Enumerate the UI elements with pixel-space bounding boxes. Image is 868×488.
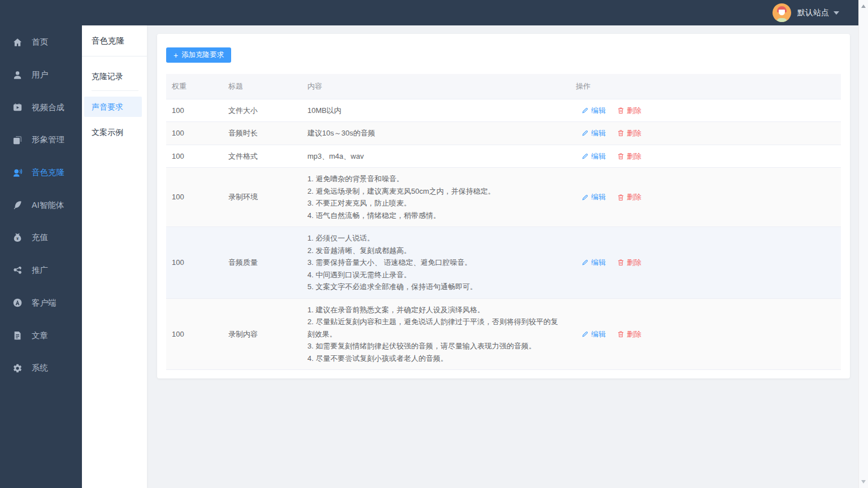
submenu-item-3[interactable]: 文案示例 xyxy=(82,120,147,144)
edit-button-label: 编辑 xyxy=(591,104,606,117)
sidebar-item-copy[interactable]: 形象管理 xyxy=(0,124,82,156)
content-line: 3. 如需要复刻情绪韵律起伏较强的音频，请尽量输入表现力强的音频。 xyxy=(307,340,565,352)
delete-button[interactable]: 删除 xyxy=(617,127,641,140)
cell-title: 录制内容 xyxy=(223,323,302,346)
money-icon: ¥ xyxy=(12,233,23,243)
requirements-table: 权重 标题 内容 操作 100文件大小10MB以内编辑删除100音频时长建议10… xyxy=(166,74,841,370)
sidebar-item-voice[interactable]: 音色克隆 xyxy=(0,156,82,189)
trash-icon xyxy=(617,152,624,160)
sidebar-item-label: 充值 xyxy=(32,232,48,243)
cell-content: 1. 必须仅一人说话。2. 发音越清晰、复刻成都越高。3. 需要保持音量大小、 … xyxy=(302,227,570,298)
user-avatar[interactable] xyxy=(772,3,791,22)
delete-button[interactable]: 删除 xyxy=(617,256,641,269)
svg-text:¥: ¥ xyxy=(16,237,19,241)
content-line: 3. 需要保持音量大小、 语速稳定、避免口腔噪音。 xyxy=(307,256,565,269)
scrollbar[interactable] xyxy=(858,0,868,488)
table-header-row: 权重 标题 内容 操作 xyxy=(166,74,841,99)
submenu-item-2[interactable]: 声音要求 xyxy=(84,97,142,117)
delete-button[interactable]: 删除 xyxy=(617,328,641,341)
cell-content: 建议10s～30s的音频 xyxy=(302,122,570,145)
sidebar-item-label: AI智能体 xyxy=(32,200,64,211)
trash-icon xyxy=(617,259,624,266)
sidebar-item-money[interactable]: ¥充值 xyxy=(0,221,82,254)
edit-button-label: 编辑 xyxy=(591,256,606,269)
table-row: 100文件大小10MB以内编辑删除 xyxy=(166,99,841,123)
content-line: 1. 避免嘈杂的背景音和噪音。 xyxy=(307,173,565,185)
scroll-up-arrow[interactable] xyxy=(861,5,866,8)
header-actions: 操作 xyxy=(570,74,841,99)
delete-button[interactable]: 删除 xyxy=(617,150,641,163)
cell-content: 1. 建议在录音前熟悉文案，并确定好人设及演绎风格。2. 尽量贴近复刻内容和主题… xyxy=(302,299,570,370)
main-area: + 添加克隆要求 权重 标题 内容 操作 100文件大小10MB以内编辑删除10… xyxy=(147,25,858,488)
cell-actions: 编辑删除 xyxy=(570,122,841,145)
home-icon xyxy=(12,37,23,47)
trash-icon xyxy=(617,129,624,137)
sidebar-item-label: 用户 xyxy=(32,69,48,80)
cell-weight: 100 xyxy=(166,122,223,145)
delete-button-label: 删除 xyxy=(627,328,641,341)
cell-title: 文件格式 xyxy=(223,145,302,168)
sidebar-item-label: 首页 xyxy=(32,37,48,47)
voice-icon xyxy=(12,168,23,178)
cell-actions: 编辑删除 xyxy=(570,186,841,208)
submenu-item-1[interactable]: 克隆记录 xyxy=(82,64,147,88)
user-icon xyxy=(12,70,23,80)
cell-content: 1. 避免嘈杂的背景音和噪音。2. 避免远场录制，建议离麦克风50cm之内，并保… xyxy=(302,168,570,226)
sidebar-item-article[interactable]: 文章 xyxy=(0,319,82,352)
cell-title: 音频质量 xyxy=(223,251,302,274)
sidebar-item-label: 推广 xyxy=(32,265,48,276)
cell-weight: 100 xyxy=(166,186,223,208)
sidebar-item-label: 客户端 xyxy=(32,298,57,308)
sidebar-item-feather[interactable]: AI智能体 xyxy=(0,189,82,221)
delete-button-label: 删除 xyxy=(627,256,641,269)
submenu: 音色克隆 克隆记录声音要求文案示例 xyxy=(82,25,147,488)
trash-icon xyxy=(617,194,624,201)
content-line: 3. 不要正对麦克风，防止喷麦。 xyxy=(307,197,565,210)
sidebar-item-gear[interactable]: 系统 xyxy=(0,352,82,385)
sidebar-item-label: 文章 xyxy=(32,330,48,341)
cell-content: mp3、m4a、wav xyxy=(302,145,570,168)
edit-button[interactable]: 编辑 xyxy=(581,104,606,117)
video-icon xyxy=(12,102,23,112)
sidebar-item-share[interactable]: 推广 xyxy=(0,254,82,287)
sidebar-item-app[interactable]: 客户端 xyxy=(0,287,82,320)
table-row: 100录制内容1. 建议在录音前熟悉文案，并确定好人设及演绎风格。2. 尽量贴近… xyxy=(166,299,841,371)
plus-icon: + xyxy=(173,51,178,59)
pencil-icon xyxy=(581,152,589,160)
sidebar-item-home[interactable]: 首页 xyxy=(0,26,82,59)
pencil-icon xyxy=(581,259,589,266)
sidebar-item-user[interactable]: 用户 xyxy=(0,59,82,91)
edit-button[interactable]: 编辑 xyxy=(581,191,606,203)
sidebar-nav: 首页用户视频合成形象管理音色克隆AI智能体¥充值推广客户端文章系统 xyxy=(0,26,82,385)
pencil-icon xyxy=(581,129,589,137)
sidebar-item-video[interactable]: 视频合成 xyxy=(0,91,82,124)
edit-button[interactable]: 编辑 xyxy=(581,256,606,269)
article-icon xyxy=(12,330,23,341)
topbar: 默认站点 xyxy=(0,0,858,25)
pencil-icon xyxy=(581,107,589,114)
delete-button[interactable]: 删除 xyxy=(617,104,641,117)
content-line: 4. 语气自然流畅，情绪稳定，稍带感情。 xyxy=(307,210,565,222)
pencil-icon xyxy=(581,194,589,201)
cell-weight: 100 xyxy=(166,323,223,346)
edit-button[interactable]: 编辑 xyxy=(581,150,606,163)
delete-button[interactable]: 删除 xyxy=(617,191,641,203)
delete-button-label: 删除 xyxy=(627,150,641,163)
site-switcher[interactable]: 默认站点 xyxy=(797,8,839,18)
edit-button-label: 编辑 xyxy=(591,127,606,140)
add-clone-requirement-button[interactable]: + 添加克隆要求 xyxy=(166,47,231,63)
edit-button[interactable]: 编辑 xyxy=(581,127,606,140)
table-body: 100文件大小10MB以内编辑删除100音频时长建议10s～30s的音频编辑删除… xyxy=(166,99,841,371)
delete-button-label: 删除 xyxy=(627,191,641,203)
scroll-down-arrow[interactable] xyxy=(861,480,866,483)
cell-title: 文件大小 xyxy=(223,99,302,122)
content-line: 10MB以内 xyxy=(307,104,565,117)
sidebar-item-label: 音色克隆 xyxy=(32,167,64,178)
share-icon xyxy=(12,265,23,276)
sidebar-item-label: 系统 xyxy=(32,363,48,373)
cell-actions: 编辑删除 xyxy=(570,99,841,122)
header-content: 内容 xyxy=(302,74,570,99)
feather-icon xyxy=(12,200,23,210)
cell-title: 音频时长 xyxy=(223,122,302,145)
edit-button[interactable]: 编辑 xyxy=(581,328,606,341)
